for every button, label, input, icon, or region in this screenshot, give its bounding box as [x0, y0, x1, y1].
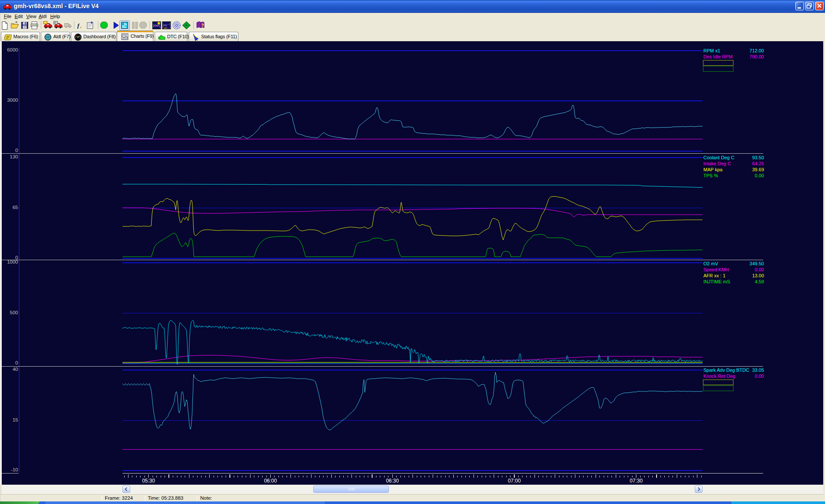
svg-text:O2 mV: O2 mV [703, 261, 718, 266]
svg-text:40: 40 [12, 367, 18, 372]
svg-text:MAP kpa: MAP kpa [703, 167, 723, 172]
svg-text:0.00: 0.00 [755, 373, 764, 379]
svg-text:93.50: 93.50 [752, 155, 764, 160]
svg-text:1000: 1000 [7, 259, 18, 264]
svg-text:65: 65 [12, 205, 18, 210]
svg-text:AFR xx : 1: AFR xx : 1 [703, 273, 725, 278]
svg-text:130: 130 [10, 154, 18, 159]
svg-text:07:30: 07:30 [630, 478, 643, 484]
svg-text:RPM x1: RPM x1 [703, 48, 720, 53]
svg-text:06:00: 06:00 [264, 478, 277, 484]
svg-text:33.05: 33.05 [752, 367, 764, 373]
svg-text:Intake Deg C: Intake Deg C [703, 161, 731, 166]
svg-text:05:30: 05:30 [142, 478, 155, 484]
svg-text:07:00: 07:00 [508, 478, 521, 484]
svg-text:0: 0 [15, 360, 18, 365]
svg-text:06:30: 06:30 [386, 478, 399, 484]
svg-text:INJTIME mS: INJTIME mS [703, 279, 730, 284]
svg-text:Knock Ret Deg: Knock Ret Deg [703, 373, 735, 379]
svg-text:TPS %: TPS % [703, 173, 718, 178]
svg-text:6000: 6000 [7, 47, 18, 52]
svg-text:Speed KMH: Speed KMH [703, 267, 729, 272]
svg-text:Coolant Deg C: Coolant Deg C [703, 155, 734, 160]
svg-text:0: 0 [15, 148, 18, 153]
svg-text:700.00: 700.00 [749, 54, 764, 59]
svg-text:0.00: 0.00 [755, 173, 764, 178]
svg-text:39.69: 39.69 [752, 167, 764, 172]
svg-text:0.00: 0.00 [755, 267, 764, 272]
svg-text:712.00: 712.00 [749, 48, 764, 53]
svg-text:Spark Adv Deg BTDC: Spark Adv Deg BTDC [703, 367, 749, 373]
svg-text:64.25: 64.25 [752, 161, 764, 166]
svg-text:349.50: 349.50 [749, 261, 764, 266]
svg-text:3000: 3000 [7, 97, 18, 103]
svg-text:13.00: 13.00 [752, 273, 764, 278]
svg-text:15: 15 [12, 417, 18, 422]
svg-text:-10: -10 [11, 467, 18, 472]
svg-text:500: 500 [10, 310, 18, 315]
svg-text:4.59: 4.59 [755, 279, 764, 284]
svg-text:Des Idle RPM: Des Idle RPM [703, 54, 733, 59]
